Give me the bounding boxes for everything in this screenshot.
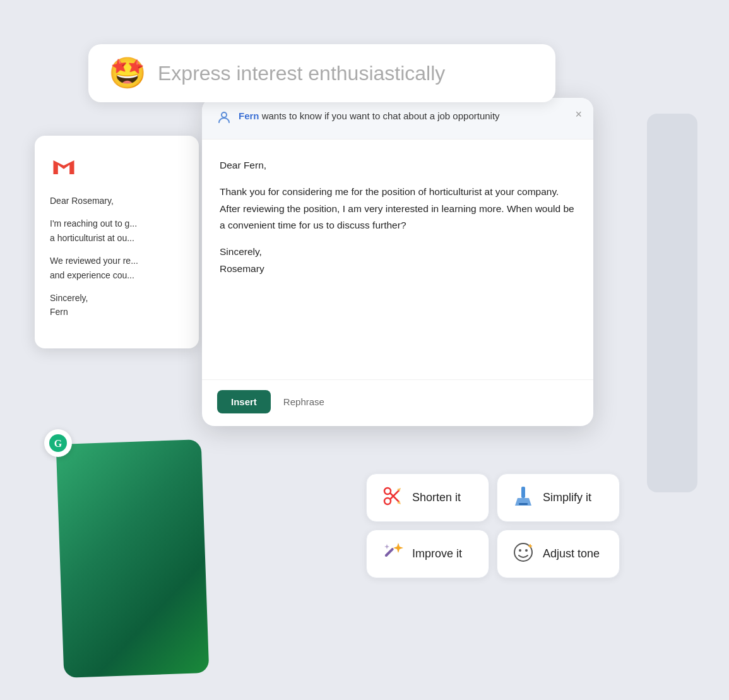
gmail-closing: Sincerely,Fern xyxy=(50,291,184,319)
main-compose-panel: × Fern wants to know if you want to chat… xyxy=(202,98,593,426)
gmail-para2: We reviewed your re...and experience cou… xyxy=(50,254,184,282)
action-buttons-grid: Shorten it Simplify it Improve it xyxy=(366,473,620,578)
panel-actions: Insert Rephrase xyxy=(202,379,593,426)
express-title: Express interest enthusiastically xyxy=(158,62,445,85)
rephrase-button[interactable]: Rephrase xyxy=(281,390,327,413)
svg-rect-8 xyxy=(521,487,525,498)
compose-body: Thank you for considering me for the pos… xyxy=(220,184,576,234)
notification-text: Fern wants to know if you want to chat a… xyxy=(239,109,500,124)
close-button[interactable]: × xyxy=(575,108,582,121)
shorten-icon xyxy=(382,485,403,510)
adjust-tone-button[interactable]: Adjust tone xyxy=(497,530,620,578)
svg-rect-9 xyxy=(519,503,528,505)
svg-point-3 xyxy=(222,112,227,117)
svg-marker-11 xyxy=(393,543,403,553)
adjust-tone-icon xyxy=(513,542,534,566)
adjust-tone-label: Adjust tone xyxy=(543,547,600,561)
express-emoji: 🤩 xyxy=(109,58,146,88)
gmail-email-text: Dear Rosemary, I'm reaching out to g...a… xyxy=(50,194,184,319)
compose-area: Dear Fern, Thank you for considering me … xyxy=(202,139,593,379)
insert-button[interactable]: Insert xyxy=(217,390,271,413)
svg-point-14 xyxy=(519,549,521,552)
simplify-icon xyxy=(513,485,534,510)
gmail-card: Dear Rosemary, I'm reaching out to g...a… xyxy=(35,136,199,348)
gmail-para1: I'm reaching out to g...a horticulturist… xyxy=(50,217,184,245)
svg-marker-12 xyxy=(384,544,389,549)
compose-greeting: Dear Fern, xyxy=(220,157,576,174)
svg-point-4 xyxy=(384,498,391,504)
improve-button[interactable]: Improve it xyxy=(366,530,489,578)
svg-text:G: G xyxy=(54,438,62,449)
simplify-button[interactable]: Simplify it xyxy=(497,473,620,522)
shorten-button[interactable]: Shorten it xyxy=(366,473,489,522)
notification-message: wants to know if you want to chat about … xyxy=(259,110,500,121)
svg-rect-10 xyxy=(384,547,394,557)
compose-closing: Sincerely,Rosemary xyxy=(220,244,576,277)
simplify-label: Simplify it xyxy=(543,491,591,504)
gmail-greeting: Dear Rosemary, xyxy=(50,194,184,208)
svg-point-15 xyxy=(525,549,528,552)
improve-icon xyxy=(382,542,403,566)
notification-bar: Fern wants to know if you want to chat a… xyxy=(202,98,593,139)
compose-text: Dear Fern, Thank you for considering me … xyxy=(220,157,576,277)
person-icon xyxy=(217,110,231,128)
improve-label: Improve it xyxy=(412,547,462,561)
grammarly-badge[interactable]: G xyxy=(44,429,72,457)
notification-person: Fern xyxy=(239,110,259,121)
express-banner: 🤩 Express interest enthusiastically xyxy=(88,44,555,102)
green-decorative-card xyxy=(56,439,210,678)
gray-background-card xyxy=(647,114,697,492)
gmail-m-icon xyxy=(50,153,78,181)
grammarly-g-icon: G xyxy=(49,434,67,452)
shorten-label: Shorten it xyxy=(412,491,461,504)
